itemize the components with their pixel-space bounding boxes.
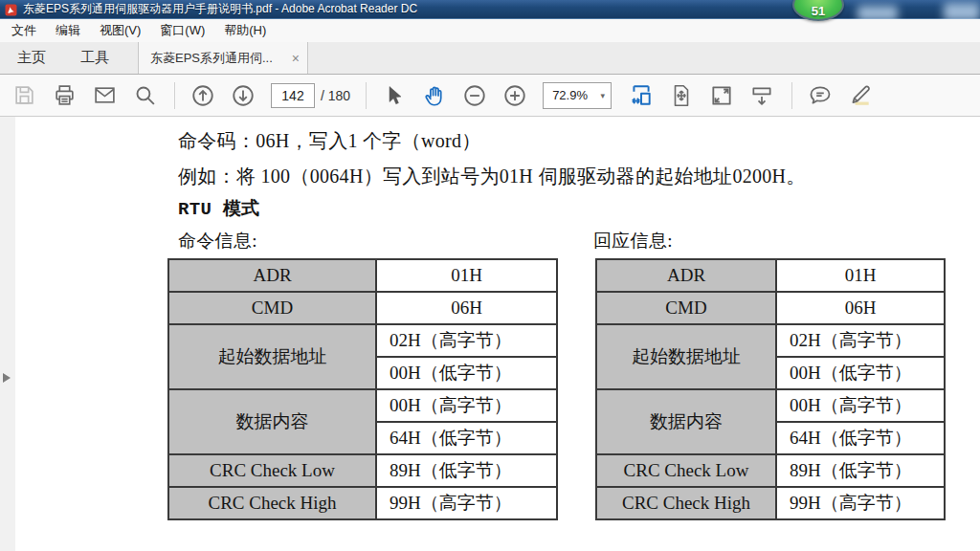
row-value: 02H（高字节） <box>376 324 557 357</box>
pdf-file-icon <box>5 3 17 15</box>
row-label: ADR <box>596 259 776 292</box>
row-label: 数据内容 <box>596 389 776 454</box>
table-row: CRC Check High 99H（高字节） <box>168 487 557 519</box>
row-value: 99H（高字节） <box>776 487 945 519</box>
print-icon[interactable] <box>52 83 77 108</box>
page-up-icon[interactable] <box>190 83 215 108</box>
row-value: 00H（高字节） <box>776 389 945 422</box>
row-value: 89H（低字节） <box>776 454 945 487</box>
select-cursor-icon[interactable] <box>382 83 407 108</box>
toolbar-separator <box>174 82 175 109</box>
row-label: CRC Check Low <box>168 454 376 487</box>
page-total-label: / 180 <box>321 88 350 103</box>
doc-text-line: 命令码：06H，写入1 个字（word） <box>178 128 481 154</box>
zoom-out-icon[interactable] <box>462 83 487 108</box>
navigation-pane-strip <box>0 117 15 551</box>
row-label: 起始数据地址 <box>168 324 376 389</box>
title-bar: 东菱EPS系列通用伺服驱动器用户手册说明书.pdf - Adobe Acroba… <box>0 0 980 19</box>
menu-window[interactable]: 窗口(W) <box>150 19 214 42</box>
tab-home[interactable]: 主页 <box>0 42 63 74</box>
table-row: 起始数据地址 02H（高字节） <box>168 324 557 357</box>
doc-text-line: 例如：将 100（0064H）写入到站号为01H 伺服驱动器的起始地址0200H… <box>178 164 806 189</box>
fullscreen-icon[interactable] <box>709 83 734 108</box>
row-value: 00H（低字节） <box>376 357 557 389</box>
fill-sign-pen-icon[interactable] <box>848 83 873 108</box>
table-row: CMD 06H <box>168 292 557 324</box>
table-row: CRC Check High 99H（高字节） <box>596 487 945 519</box>
menu-help[interactable]: 帮助(H) <box>214 19 276 42</box>
document-viewport: 命令码：06H，写入1 个字（word） 例如：将 100（0064H）写入到站… <box>0 117 980 551</box>
row-label: CRC Check High <box>596 487 776 519</box>
row-label: 数据内容 <box>168 389 376 454</box>
table-row: 数据内容 00H（高字节） <box>168 389 557 422</box>
row-value: 99H（高字节） <box>376 487 557 519</box>
row-value: 64H（低字节） <box>776 422 945 454</box>
tab-document[interactable]: 东菱EPS系列通用伺... × <box>138 42 308 74</box>
tab-bar: 主页 工具 东菱EPS系列通用伺... × <box>0 42 980 75</box>
row-value: 02H（高字节） <box>776 324 945 357</box>
menu-edit[interactable]: 编辑 <box>46 19 90 42</box>
page-number-input[interactable] <box>271 83 315 108</box>
window-title: 东菱EPS系列通用伺服驱动器用户手册说明书.pdf - Adobe Acroba… <box>23 1 417 17</box>
row-label: CMD <box>596 292 776 324</box>
table-row: 起始数据地址 02H（高字节） <box>596 324 945 357</box>
tab-document-label: 东菱EPS系列通用伺... <box>150 50 286 67</box>
navigation-pane-toggle-icon[interactable] <box>3 373 11 383</box>
row-value: 89H（低字节） <box>376 454 557 487</box>
menu-file[interactable]: 文件 <box>2 19 46 42</box>
row-value: 64H（低字节） <box>376 422 557 454</box>
search-icon[interactable] <box>132 83 157 108</box>
overlay-counter-badge[interactable]: 51 <box>792 0 844 21</box>
toolbar-separator <box>366 82 367 109</box>
response-message-table: ADR 01H CMD 06H 起始数据地址 02H（高字节） 00H（低字节）… <box>595 258 946 520</box>
main-toolbar: / 180 72.9% ▾ <box>0 75 980 117</box>
response-table-caption: 回应信息: <box>593 229 673 253</box>
table-row: CMD 06H <box>596 292 945 324</box>
overlay-counter-value: 51 <box>812 3 825 19</box>
row-label: ADR <box>168 259 376 292</box>
row-value: 06H <box>376 292 557 324</box>
row-label: 起始数据地址 <box>596 324 776 389</box>
page-down-icon[interactable] <box>231 83 256 108</box>
table-row: ADR 01H <box>168 259 557 292</box>
chevron-down-icon: ▾ <box>601 91 606 100</box>
table-row: CRC Check Low 89H（低字节） <box>168 454 557 487</box>
row-value: 01H <box>776 259 945 292</box>
zoom-level-dropdown[interactable]: 72.9% ▾ <box>543 82 612 109</box>
row-value: 06H <box>776 292 945 324</box>
comment-icon[interactable] <box>808 83 833 108</box>
scroll-pages-icon[interactable] <box>629 83 654 108</box>
pdf-page: 命令码：06H，写入1 个字（word） 例如：将 100（0064H）写入到站… <box>15 117 980 551</box>
command-table-caption: 命令信息: <box>178 229 257 253</box>
email-icon[interactable] <box>92 83 117 108</box>
doc-heading-rtu-mode: RTU 模式 <box>178 196 259 221</box>
acrobat-reader-window: 东菱EPS系列通用伺服驱动器用户手册说明书.pdf - Adobe Acroba… <box>0 0 980 551</box>
row-label: CRC Check High <box>168 487 376 519</box>
row-value: 00H（低字节） <box>776 357 945 389</box>
save-icon[interactable] <box>11 83 36 108</box>
tab-tools[interactable]: 工具 <box>63 42 126 74</box>
row-label: CRC Check Low <box>596 454 776 487</box>
row-value: 00H（高字节） <box>376 389 557 422</box>
fit-page-icon[interactable] <box>669 83 694 108</box>
zoom-level-value: 72.9% <box>552 88 600 102</box>
table-row: ADR 01H <box>596 259 945 292</box>
table-row: CRC Check Low 89H（低字节） <box>596 454 945 487</box>
close-tab-icon[interactable]: × <box>292 52 300 65</box>
table-row: 数据内容 00H（高字节） <box>596 389 945 422</box>
read-mode-icon[interactable] <box>749 83 774 108</box>
menu-view[interactable]: 视图(V) <box>90 19 150 42</box>
menu-bar: 文件 编辑 视图(V) 窗口(W) 帮助(H) <box>0 19 980 42</box>
toolbar-separator <box>791 82 792 109</box>
zoom-in-icon[interactable] <box>502 83 527 108</box>
row-label: CMD <box>168 292 376 324</box>
row-value: 01H <box>376 259 557 292</box>
hand-tool-icon[interactable] <box>422 83 447 108</box>
command-message-table: ADR 01H CMD 06H 起始数据地址 02H（高字节） 00H（低字节）… <box>167 258 558 520</box>
